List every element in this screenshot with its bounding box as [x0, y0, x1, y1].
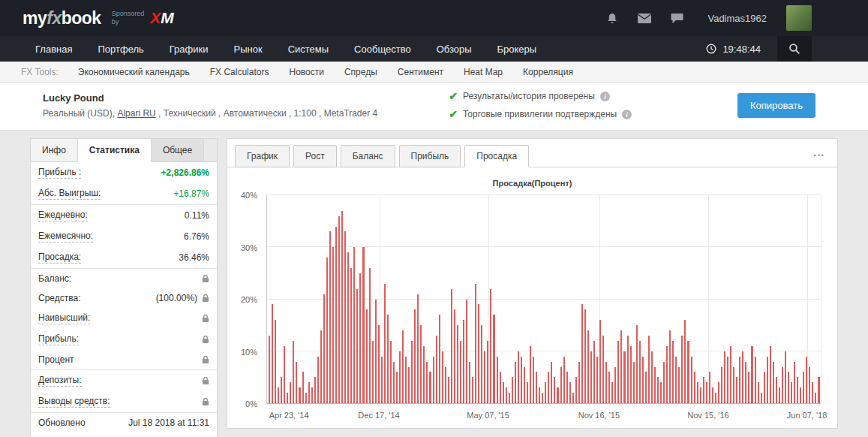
fx-tools-item-6[interactable]: Корреляция — [523, 67, 573, 77]
drawdown-bar — [296, 362, 297, 403]
search-icon — [788, 43, 800, 55]
username[interactable]: Vadimas1962 — [707, 13, 767, 24]
drawdown-bar — [770, 346, 771, 403]
drawdown-bar — [648, 336, 650, 403]
drawdown-bar — [344, 231, 346, 403]
fx-tools-item-3[interactable]: Спреды — [344, 67, 377, 77]
drawdown-bar — [675, 357, 677, 403]
nav-item-0[interactable]: Главная — [23, 36, 85, 62]
fx-tools-label: FX Tools: — [21, 67, 59, 77]
chart-tab-1[interactable]: Рост — [293, 145, 337, 167]
drawdown-bar — [578, 362, 580, 403]
stat-value: +2,826.86% — [161, 167, 209, 178]
drawdown-chart: 0%10%20%30%40% Apr 23, '14Dec 17, '14May… — [236, 195, 828, 420]
stats-tab-1[interactable]: Статистика — [78, 139, 152, 162]
stat-label: Прибыль: — [38, 333, 79, 345]
fx-tools-item-4[interactable]: Сентимент — [398, 67, 443, 77]
drawdown-bar — [572, 393, 574, 403]
drawdown-bar — [663, 362, 665, 403]
chat-icon[interactable] — [671, 13, 683, 24]
stat-value-wrap: (100.00%) — [156, 293, 209, 303]
header-actions: Vadimas1962 — [606, 5, 812, 31]
drawdown-bar — [515, 362, 516, 403]
chart-menu-dots[interactable]: ••• — [814, 152, 830, 167]
drawdown-bar — [654, 367, 656, 403]
fx-tools-item-0[interactable]: Экономический календарь — [78, 67, 190, 77]
stat-label: Прибыль : — [38, 167, 81, 179]
drawdown-bar — [481, 325, 482, 403]
x-tick-label: Apr 23, '14 — [269, 411, 309, 420]
drawdown-bar — [436, 336, 437, 403]
x-axis-labels: Apr 23, '14Dec 17, '14May 07, '15Nov 16,… — [266, 405, 821, 420]
stat-row: Средства:(100.00%) — [31, 288, 217, 308]
content: ИнфоСтатистикаОбщее Прибыль :+2,826.86%А… — [0, 131, 868, 437]
drawdown-bar — [290, 382, 291, 403]
chart-tab-4[interactable]: Просадка — [464, 145, 529, 167]
drawdown-bar — [284, 346, 285, 403]
drawdown-bar — [362, 247, 364, 403]
copy-button[interactable]: Копировать — [737, 93, 815, 118]
nav-item-1[interactable]: Портфель — [85, 36, 156, 62]
nav-item-3[interactable]: Рынок — [221, 36, 275, 62]
nav-item-6[interactable]: Обзоры — [424, 36, 485, 62]
drawdown-bar — [761, 393, 762, 403]
drawdown-bar — [287, 393, 288, 403]
stats-tab-0[interactable]: Инфо — [31, 139, 78, 161]
stat-label: Средства: — [38, 293, 81, 303]
fx-tools-item-1[interactable]: FX Calculators — [210, 67, 269, 77]
x-tick-label: Dec 17, '14 — [358, 411, 399, 420]
y-tick-label: 40% — [241, 191, 257, 200]
nav-item-5[interactable]: Сообщество — [341, 36, 424, 62]
server-time: 19:48:44 — [722, 44, 761, 55]
chart-tab-2[interactable]: Баланс — [341, 145, 395, 167]
stats-tab-2[interactable]: Общее — [152, 139, 204, 161]
drawdown-bar — [748, 372, 749, 403]
stat-row: Ежемесячно:6.76% — [31, 226, 217, 247]
drawdown-bar — [311, 387, 313, 403]
stat-label: Баланс: — [38, 273, 71, 284]
nav-item-2[interactable]: Графики — [157, 36, 221, 62]
fx-tools-item-2[interactable]: Новости — [289, 67, 323, 77]
drawdown-bar — [764, 372, 765, 403]
chart-tab-0[interactable]: График — [235, 145, 290, 167]
mail-icon[interactable] — [638, 14, 651, 23]
stat-value-wrap: +16.87% — [173, 188, 209, 199]
avatar[interactable] — [786, 5, 812, 31]
drawdown-bar — [669, 330, 671, 403]
drawdown-bar — [545, 382, 546, 403]
stat-row: Абс. Выигрыш:+16.87% — [31, 183, 217, 204]
drawdown-bar — [751, 346, 752, 403]
info-icon[interactable]: i — [600, 92, 610, 101]
chart-tab-3[interactable]: Прибыль — [399, 145, 461, 167]
stat-row: Просадка:36.46% — [31, 247, 217, 268]
fx-tools-item-5[interactable]: Heat Map — [464, 67, 503, 77]
y-tick-label: 10% — [241, 348, 257, 357]
info-icon[interactable]: i — [622, 110, 632, 119]
lock-icon — [202, 397, 209, 406]
myfxbook-logo[interactable]: myfxbook — [23, 8, 101, 29]
drawdown-bar — [745, 362, 746, 403]
drawdown-bar — [812, 382, 813, 403]
xm-logo[interactable]: XM — [150, 9, 174, 27]
search-button[interactable] — [777, 36, 812, 62]
drawdown-bar — [442, 351, 443, 403]
lock-icon — [202, 294, 209, 303]
drawdown-bar — [503, 382, 504, 403]
drawdown-bar — [721, 367, 722, 403]
drawdown-bar — [405, 357, 407, 403]
drawdown-bar — [785, 351, 786, 403]
drawdown-bar — [602, 336, 604, 403]
bell-icon[interactable] — [606, 12, 618, 25]
drawdown-bar — [791, 382, 792, 403]
drawdown-bar — [718, 382, 719, 403]
verification-text: Результаты/история проверены — [463, 91, 595, 101]
nav-item-7[interactable]: Брокеры — [485, 36, 550, 62]
drawdown-bar — [767, 357, 768, 403]
drawdown-bar — [794, 362, 795, 403]
nav-item-4[interactable]: Системы — [275, 36, 341, 62]
drawdown-bar — [697, 382, 698, 403]
xm-logo-m: M — [161, 9, 174, 26]
broker-link[interactable]: Alpari RU — [117, 108, 155, 119]
drawdown-bar — [463, 320, 464, 403]
drawdown-bar — [681, 336, 683, 403]
